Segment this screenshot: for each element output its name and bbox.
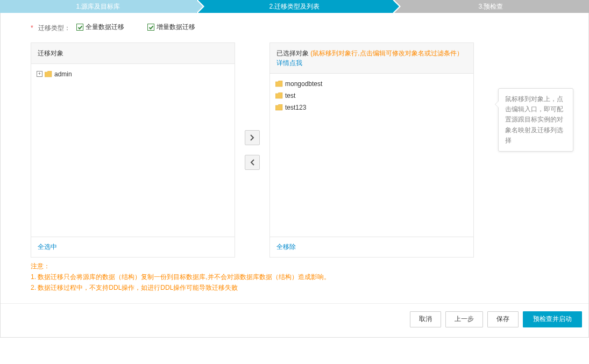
step-3: 3.预检查 bbox=[393, 0, 589, 13]
tree-node-label: admin bbox=[54, 70, 72, 78]
step-1-label: 1.源库及目标库 bbox=[76, 3, 120, 10]
list-item[interactable]: test bbox=[275, 90, 468, 102]
selected-panel-hint: (鼠标移到对象行,点击编辑可修改对象名或过滤条件） bbox=[310, 49, 463, 57]
list-item[interactable]: test123 bbox=[275, 102, 468, 113]
list-item-label: mongodbtest bbox=[285, 80, 322, 88]
checkbox-incremental-migration[interactable]: 增量数据迁移 bbox=[147, 23, 195, 32]
wizard-steps: 1.源库及目标库 2.迁移类型及列表 3.预检查 bbox=[0, 0, 589, 13]
folder-icon bbox=[275, 81, 283, 87]
check-icon bbox=[76, 24, 83, 31]
folder-icon bbox=[275, 92, 283, 99]
detail-link[interactable]: 详情点我 bbox=[276, 59, 302, 67]
select-all-link[interactable]: 全选中 bbox=[38, 243, 57, 251]
folder-icon bbox=[45, 71, 52, 77]
save-button[interactable]: 保存 bbox=[487, 311, 519, 327]
notes-header: 注意： bbox=[31, 261, 558, 272]
source-objects-panel: 迁移对象 + admin 全选中 bbox=[31, 42, 235, 258]
list-item-label: test123 bbox=[285, 104, 306, 111]
main-content: * 迁移类型： 全量数据迁移 增量数据迁移 迁移对象 + bbox=[0, 13, 589, 338]
source-panel-title: 迁移对象 bbox=[31, 43, 235, 64]
migration-type-row: * 迁移类型： 全量数据迁移 增量数据迁移 bbox=[1, 13, 588, 42]
step-2-label: 2.迁移类型及列表 bbox=[269, 3, 320, 10]
list-item[interactable]: mongodbtest bbox=[275, 78, 468, 90]
cancel-button[interactable]: 取消 bbox=[410, 311, 441, 327]
migration-type-label: 迁移类型： bbox=[38, 24, 70, 32]
required-marker: * bbox=[31, 24, 33, 32]
expand-icon[interactable]: + bbox=[37, 71, 42, 77]
checkbox-full-migration[interactable]: 全量数据迁移 bbox=[76, 23, 124, 32]
step-2: 2.迁移类型及列表 bbox=[196, 0, 393, 13]
folder-icon bbox=[275, 104, 283, 111]
step-1[interactable]: 1.源库及目标库 bbox=[0, 0, 196, 13]
help-tooltip: 鼠标移到对象上，点击编辑入口，即可配置源跟目标实例的对象名映射及迁移列选择 bbox=[498, 88, 573, 152]
footer-actions: 取消 上一步 保存 预检查并启动 bbox=[1, 303, 588, 327]
note-2: 2. 数据迁移过程中，不支持DDL操作，如进行DDL操作可能导致迁移失败 bbox=[31, 282, 558, 293]
source-panel-footer: 全选中 bbox=[31, 237, 235, 257]
selected-panel-footer: 全移除 bbox=[270, 237, 473, 257]
selected-tree: mongodbtest test test123 bbox=[270, 74, 473, 237]
precheck-start-button[interactable]: 预检查并启动 bbox=[523, 311, 582, 327]
remove-all-link[interactable]: 全移除 bbox=[276, 243, 296, 251]
note-1: 1. 数据迁移只会将源库的数据（结构）复制一份到目标数据库,并不会对源数据库数据… bbox=[31, 272, 558, 282]
selected-panel-header: 已选择对象 (鼠标移到对象行,点击编辑可修改对象名或过滤条件） 详情点我 bbox=[270, 43, 473, 74]
checkbox-incremental-label: 增量数据迁移 bbox=[157, 23, 195, 32]
list-item-label: test bbox=[285, 92, 295, 99]
step-3-label: 3.预检查 bbox=[478, 3, 503, 10]
prev-button[interactable]: 上一步 bbox=[445, 311, 483, 327]
check-icon bbox=[147, 24, 154, 31]
selected-panel-title: 已选择对象 bbox=[276, 49, 309, 57]
notes-block: 注意： 1. 数据迁移只会将源库的数据（结构）复制一份到目标数据库,并不会对源数… bbox=[1, 258, 588, 294]
checkbox-full-label: 全量数据迁移 bbox=[86, 23, 124, 32]
tooltip-text: 鼠标移到对象上，点击编辑入口，即可配置源跟目标实例的对象名映射及迁移列选择 bbox=[505, 95, 563, 144]
selected-objects-panel: 已选择对象 (鼠标移到对象行,点击编辑可修改对象名或过滤条件） 详情点我 mon… bbox=[269, 42, 474, 258]
move-right-button[interactable] bbox=[245, 130, 260, 145]
transfer-controls bbox=[235, 42, 269, 258]
source-tree: + admin bbox=[31, 64, 235, 237]
move-left-button[interactable] bbox=[245, 155, 260, 170]
tree-node-root[interactable]: + admin bbox=[37, 68, 229, 80]
